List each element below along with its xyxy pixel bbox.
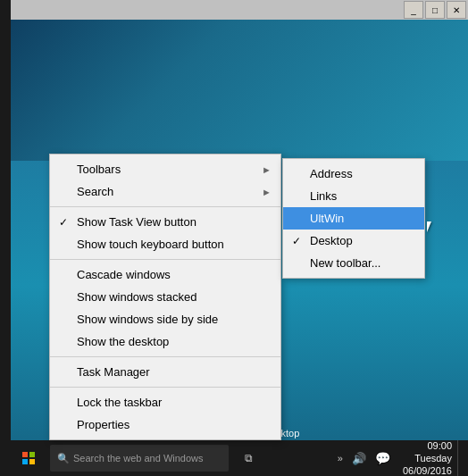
svg-rect-2 (22, 459, 28, 464)
lock-taskbar-label: Lock the taskbar (77, 396, 162, 409)
taskbar: 🔍 Search the web and Windows ⧉ » 🔊 💬 09:… (0, 440, 468, 476)
show-desktop-button[interactable] (457, 440, 463, 476)
start-button[interactable] (11, 440, 46, 476)
separator-4 (50, 387, 280, 388)
address-label: Address (310, 167, 353, 180)
menu-item-show-touch-keyboard[interactable]: Show touch keyboard button (50, 233, 280, 255)
minimize-button[interactable]: _ (404, 1, 423, 19)
svg-rect-1 (29, 452, 35, 457)
show-touch-keyboard-label: Show touch keyboard button (77, 238, 224, 251)
submenu-new-toolbar[interactable]: New toolbar... (283, 252, 424, 274)
submenu-desktop[interactable]: ✓ Desktop (283, 230, 424, 252)
windows-logo-icon (22, 452, 35, 464)
taskbar-right-area: » 🔊 💬 09:00 Tuesday 06/09/2016 (330, 440, 468, 476)
menu-item-task-manager[interactable]: Task Manager (50, 361, 280, 383)
menu-item-show-desktop[interactable]: Show the desktop (50, 330, 280, 353)
cascade-label: Cascade windows (77, 268, 171, 281)
task-manager-label: Task Manager (77, 365, 150, 379)
task-view-icon: ⧉ (245, 452, 253, 464)
search-arrow-icon: ► (262, 187, 272, 197)
show-task-view-label: Show Task View button (77, 215, 196, 229)
side-by-side-label: Show windows side by side (77, 313, 218, 326)
properties-label: Properties (77, 418, 130, 431)
task-view-button[interactable]: ⧉ (232, 440, 264, 476)
clock-date: 06/09/2016 (403, 464, 452, 476)
show-desktop-label: Show the desktop (77, 335, 169, 348)
left-edge-bar: ⌃ (0, 0, 11, 476)
desktop-check-icon: ✓ (292, 235, 301, 247)
taskbar-context-menu: Toolbars ► Address Links UltWin ✓ Deskto… (49, 154, 281, 440)
taskbar-search-box[interactable]: 🔍 Search the web and Windows (50, 445, 229, 472)
wallpaper-image (0, 0, 468, 161)
menu-item-properties[interactable]: Properties (50, 413, 280, 436)
menu-item-stacked[interactable]: Show windows stacked (50, 286, 280, 308)
separator-1 (50, 206, 280, 207)
menu-item-search[interactable]: Search ► (50, 180, 280, 203)
separator-2 (50, 259, 280, 260)
maximize-button[interactable]: □ (425, 1, 445, 19)
search-label: Search (77, 185, 113, 198)
links-label: Links (310, 189, 337, 203)
tray-expand-icon[interactable]: » (334, 453, 347, 463)
svg-rect-0 (22, 452, 28, 457)
toolbars-label: Toolbars (77, 163, 121, 176)
clock-time: 09:00 (403, 439, 452, 452)
clock[interactable]: 09:00 Tuesday 06/09/2016 (397, 439, 457, 476)
submenu-ultwin[interactable]: UltWin (283, 207, 424, 230)
taskbar-left-area: 🔍 Search the web and Windows ⧉ (0, 440, 330, 476)
submenu-links[interactable]: Links (283, 185, 424, 207)
volume-icon[interactable]: 🔊 (350, 450, 368, 467)
toolbars-submenu: Address Links UltWin ✓ Desktop New toolb… (282, 158, 425, 279)
toolbars-arrow-icon: ► (262, 164, 272, 175)
separator-3 (50, 356, 280, 357)
desktop-label: Desktop (310, 234, 353, 247)
new-toolbar-label: New toolbar... (310, 256, 381, 270)
title-bar: _ □ ✕ (11, 0, 468, 20)
submenu-address[interactable]: Address (283, 163, 424, 185)
menu-item-cascade[interactable]: Cascade windows (50, 263, 280, 286)
menu-item-lock-taskbar[interactable]: Lock the taskbar (50, 391, 280, 413)
menu-item-toolbars[interactable]: Toolbars ► Address Links UltWin ✓ Deskto… (50, 158, 280, 180)
stacked-label: Show windows stacked (77, 290, 196, 304)
close-button[interactable]: ✕ (447, 1, 466, 19)
search-icon: 🔍 (57, 453, 70, 464)
clock-date-day: Tuesday (403, 452, 452, 464)
menu-item-show-task-view[interactable]: ✓ Show Task View button (50, 211, 280, 233)
notification-center-icon[interactable]: 💬 (372, 449, 394, 467)
ultwin-label: UltWin (310, 212, 344, 225)
menu-item-side-by-side[interactable]: Show windows side by side (50, 308, 280, 330)
search-placeholder-text: Search the web and Windows (73, 453, 204, 463)
task-view-check-icon: ✓ (59, 216, 68, 229)
svg-rect-3 (29, 459, 35, 464)
system-tray: » 🔊 💬 (330, 449, 397, 467)
